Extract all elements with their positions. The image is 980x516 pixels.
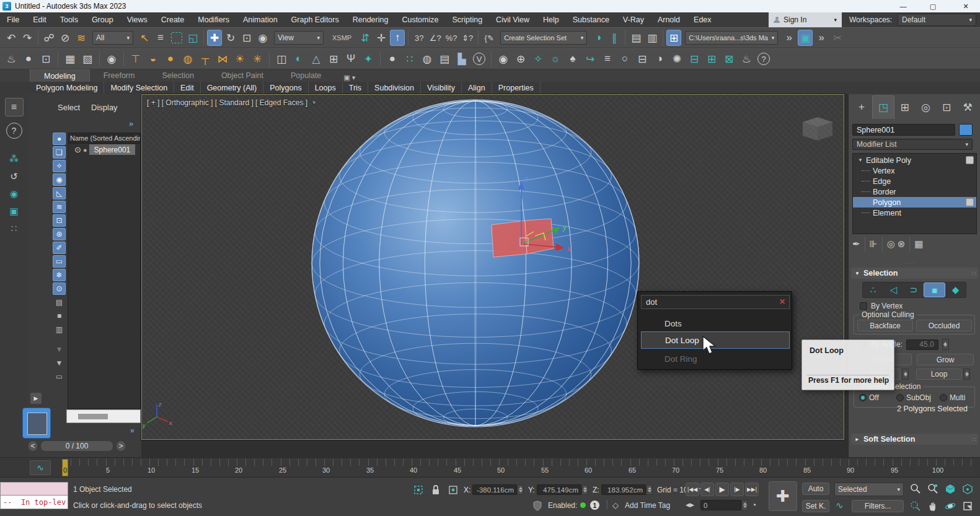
mini-curve-editor-button[interactable]: ∿	[30, 460, 51, 475]
select-and-place-icon[interactable]: ◉	[255, 30, 270, 46]
vray-bulb-icon[interactable]: ✧	[531, 51, 545, 67]
filter-spacewarps-icon[interactable]: ≋	[53, 201, 66, 213]
set-keys-button[interactable]: ✚	[769, 481, 797, 511]
unlink-selection-icon[interactable]: ⊘	[58, 30, 73, 46]
collapse-arrow-icon[interactable]: ▼	[858, 157, 863, 163]
loop-spinner[interactable]	[963, 369, 970, 380]
palette-icon[interactable]: ◍	[420, 51, 435, 67]
project-folder-dropdown[interactable]: C:\Users\raana...s\3ds Max 202: ▾	[685, 31, 778, 45]
go-to-start-button[interactable]: |◀◀	[686, 483, 699, 496]
search-input[interactable]	[641, 295, 790, 309]
snap-cross-icon[interactable]: ✛	[374, 30, 389, 46]
explorer-chevrons-icon[interactable]: »	[129, 119, 133, 128]
z-coordinate-field[interactable]: 183.952cm	[601, 484, 646, 495]
time-slider-ruler[interactable]: 0 5 10 15 20 25 30 35 40 45 50 55 60 65 …	[62, 459, 973, 476]
stack-edge[interactable]: Edge	[853, 176, 976, 186]
select-and-move-icon[interactable]: ✚	[207, 30, 222, 46]
explorer-select-menu[interactable]: Select	[58, 103, 80, 112]
frame-spinner[interactable]	[741, 500, 748, 510]
y-spinner[interactable]	[581, 484, 588, 495]
named-selection-sets-icon[interactable]: {✎	[482, 30, 497, 46]
frame-next-button[interactable]: >	[116, 440, 126, 452]
select-object-icon[interactable]: ↖	[137, 30, 152, 46]
viewport-window1-icon[interactable]: ⊟	[687, 51, 702, 67]
multi-material-icon[interactable]: ∷	[402, 51, 417, 67]
show-end-result-icon[interactable]: ⊪	[870, 238, 878, 250]
dome-light-icon[interactable]: ◒	[146, 51, 161, 67]
zoom-icon[interactable]	[907, 481, 924, 496]
tab-utilities-icon[interactable]: ⚒	[957, 95, 978, 119]
menu-tools[interactable]: Tools	[53, 12, 85, 27]
absolute-offset-toggle-icon[interactable]	[448, 484, 459, 496]
light-lister-icon[interactable]: ▦	[63, 51, 77, 67]
visibility-eye-icon[interactable]: ⊙	[74, 145, 81, 154]
subobject-vertex-icon[interactable]: ∴	[863, 282, 883, 297]
search-result-dots[interactable]: Dots	[641, 315, 790, 332]
zoom-region-icon[interactable]	[907, 499, 924, 514]
viewcube-icon[interactable]	[803, 117, 832, 141]
tab-modeling[interactable]: Modeling	[30, 69, 90, 82]
filter-list-icon[interactable]: ▤	[53, 296, 66, 308]
select-and-rotate-icon[interactable]: ↻	[223, 30, 238, 46]
mesh-light-icon[interactable]: ⋈	[215, 51, 230, 67]
render-setup-icon[interactable]: ⊡	[38, 51, 53, 67]
object-name-field[interactable]: Sphere001	[852, 124, 955, 136]
align-button[interactable]: Align	[462, 82, 492, 94]
key-filters-button[interactable]: Filters...	[852, 500, 904, 512]
close-button[interactable]: ✕	[951, 0, 980, 12]
filter-geometry-icon[interactable]: ●	[53, 133, 66, 145]
tab-freeform[interactable]: Freeform	[90, 69, 149, 82]
autobackup-icon[interactable]: ▣	[798, 30, 813, 46]
bind-to-space-warp-icon[interactable]: ≋	[74, 30, 89, 46]
box-tool-icon[interactable]: ▣	[9, 206, 18, 217]
render-page-icon[interactable]: ▤	[437, 51, 452, 67]
tab-hierarchy-icon[interactable]: ⊞	[894, 95, 916, 119]
geometry-all-button[interactable]: Geometry (All)	[201, 82, 264, 94]
remove-modifier-icon[interactable]: ⊗	[898, 238, 906, 250]
stack-toggle-icon[interactable]	[966, 156, 974, 164]
palette2-icon[interactable]: ◑	[652, 51, 667, 67]
selection-lock-icon[interactable]	[430, 484, 441, 496]
loops-button[interactable]: Loops	[309, 82, 343, 94]
physical-camera-icon[interactable]: ◉	[104, 51, 119, 67]
sphere-tool-icon[interactable]: ◉	[10, 188, 18, 199]
default-tangents-icon[interactable]: ∿	[836, 500, 844, 511]
sphere-light-icon[interactable]: ●	[163, 51, 178, 67]
layers-icon[interactable]: ⊟	[635, 51, 650, 67]
rollout-splitter[interactable]: ····	[904, 260, 916, 266]
shield-icon[interactable]	[532, 500, 543, 511]
filter-containers-icon[interactable]: ▭	[53, 255, 66, 268]
vray-sun-icon[interactable]: ☼	[548, 51, 563, 67]
page-arrow-icon[interactable]: ↪	[583, 51, 598, 67]
preview-subobj-option[interactable]: SubObj	[896, 393, 931, 402]
toggle-scene-explorer-icon[interactable]: ▤	[629, 30, 643, 46]
modify-selection-button[interactable]: Modify Selection	[104, 82, 174, 94]
modifier-list-dropdown[interactable]: Modifier List ▾	[852, 139, 973, 150]
explorer-row-sphere001[interactable]: ⊙ ● Sphere001	[68, 144, 140, 155]
configure-modifier-sets-icon[interactable]: ▦	[914, 238, 923, 250]
edit-button[interactable]: Edit	[174, 82, 201, 94]
select-and-scale-icon[interactable]: ⊡	[239, 30, 254, 46]
menu-scripting[interactable]: Scripting	[445, 12, 489, 27]
make-unique-icon[interactable]: ◎	[887, 238, 895, 250]
menu-customize[interactable]: Customize	[395, 12, 445, 27]
menu-animation[interactable]: Animation	[236, 12, 285, 27]
target-light-icon[interactable]: ⊤	[128, 51, 143, 67]
toolbar-overflow-icon[interactable]: »	[814, 30, 829, 46]
x-spinner[interactable]	[517, 484, 524, 495]
orbit-icon[interactable]	[942, 499, 958, 514]
explorer-chevrons2-icon[interactable]: »	[130, 426, 135, 435]
soft-selection-rollout-header[interactable]: ▼ Soft Selection ∷	[851, 434, 978, 445]
minimize-button[interactable]: —	[889, 0, 917, 12]
filter-helpers-icon[interactable]: ◺	[53, 187, 66, 199]
filter-hidden-icon[interactable]: ⊙	[53, 282, 66, 295]
sphere-moon-icon[interactable]: ◐	[291, 51, 306, 67]
subdivision-button[interactable]: Subdivision	[368, 82, 421, 94]
undo-icon[interactable]: ↶	[4, 30, 19, 46]
rotate-tool-icon[interactable]: ↺	[10, 171, 18, 182]
viewport[interactable]: z y x z x y	[141, 94, 844, 440]
maximize-viewport-toggle-icon[interactable]	[960, 499, 976, 514]
create-selection-set-dropdown[interactable]: Create Selection Set ▾	[500, 31, 587, 45]
ring-icon[interactable]: ○	[617, 51, 632, 67]
explorer-column-header[interactable]: Name (Sorted Ascending	[68, 133, 141, 144]
